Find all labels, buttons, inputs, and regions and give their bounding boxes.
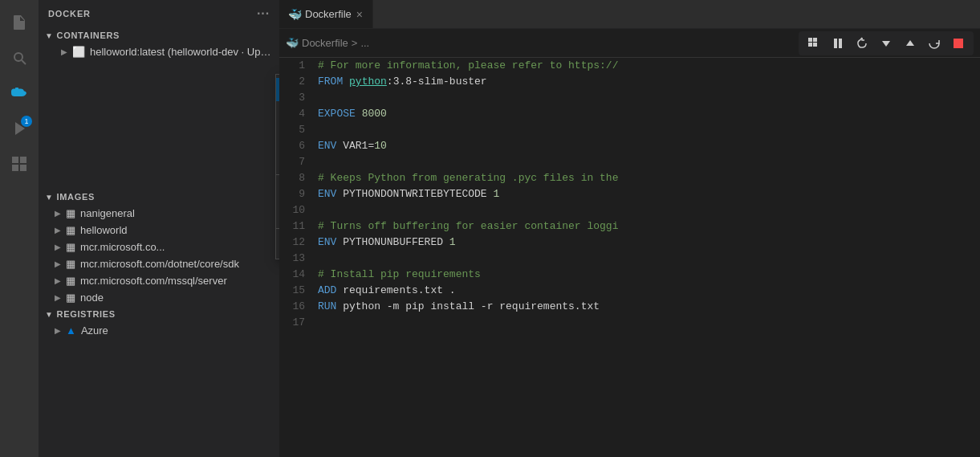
azure-name: Azure bbox=[81, 324, 108, 337]
registries-chevron: ▼ bbox=[45, 310, 54, 319]
image-icon: ▦ bbox=[66, 207, 75, 219]
restart-button[interactable] bbox=[853, 35, 871, 52]
code-line-5 bbox=[318, 122, 974, 138]
svg-rect-16 bbox=[839, 39, 842, 48]
image-expand-arrow: ▶ bbox=[55, 209, 61, 218]
menu-item-stop[interactable]: Stop bbox=[276, 178, 279, 202]
code-line-14: # Install pip requirements bbox=[318, 267, 974, 283]
editor-toolbar: 🐳 Dockerfile > ... bbox=[279, 29, 980, 58]
menu-item-view-logs[interactable]: View Logs bbox=[276, 78, 279, 101]
code-line-4: EXPOSE 8000 bbox=[318, 106, 974, 122]
svg-rect-10 bbox=[20, 165, 26, 171]
azure-icon: ▲ bbox=[66, 324, 76, 337]
code-line-9: ENV PYTHONDONTWRITEBYTECODE 1 bbox=[318, 186, 974, 202]
registries-section[interactable]: ▼ REGISTRIES bbox=[39, 306, 279, 322]
azure-expand-arrow: ▶ bbox=[55, 326, 61, 335]
code-line-3 bbox=[318, 90, 974, 106]
tab-docker-icon: 🐳 bbox=[289, 9, 300, 20]
image-name-6: node bbox=[80, 292, 104, 304]
code-line-15: ADD requirements.txt . bbox=[318, 283, 974, 299]
breadcrumb: 🐳 Dockerfile > ... bbox=[286, 37, 795, 49]
up-button[interactable] bbox=[901, 35, 919, 52]
stop-button[interactable] bbox=[950, 35, 967, 52]
registry-item-azure[interactable]: ▶ ▲ Azure bbox=[39, 322, 279, 339]
code-line-13 bbox=[318, 251, 974, 267]
refresh-button[interactable] bbox=[925, 35, 943, 52]
toolbar-actions bbox=[799, 31, 974, 55]
containers-label: CONTAINERS bbox=[57, 31, 120, 40]
menu-item-restart[interactable]: Restart bbox=[276, 202, 279, 225]
files-icon[interactable] bbox=[3, 6, 35, 39]
tab-title: Dockerfile bbox=[305, 8, 352, 20]
image-icon-2: ▦ bbox=[66, 224, 75, 236]
svg-rect-19 bbox=[954, 39, 963, 48]
container-expand-arrow: ▶ bbox=[61, 47, 67, 56]
run-debug-icon[interactable]: 1 bbox=[3, 112, 35, 145]
containers-chevron: ▼ bbox=[45, 31, 54, 40]
menu-divider-1 bbox=[276, 174, 279, 175]
image-name-2: helloworld bbox=[80, 224, 128, 236]
tab-close-button[interactable]: × bbox=[356, 8, 363, 21]
sidebar-header: DOCKER ··· bbox=[39, 0, 279, 27]
breadcrumb-child: ... bbox=[360, 37, 369, 49]
dockerfile-tab[interactable]: 🐳 Dockerfile × bbox=[279, 0, 373, 28]
image-expand-arrow-2: ▶ bbox=[55, 226, 61, 235]
breadcrumb-docker-icon: 🐳 bbox=[286, 37, 299, 49]
search-icon[interactable] bbox=[3, 42, 35, 74]
images-section[interactable]: ▼ IMAGES bbox=[39, 189, 279, 205]
line-numbers: 12345 678910 1112131415 1617 bbox=[279, 58, 311, 457]
menu-item-inspect[interactable]: Inspect bbox=[276, 124, 279, 148]
svg-line-1 bbox=[22, 60, 26, 64]
containers-section[interactable]: ▼ CONTAINERS bbox=[39, 27, 279, 43]
image-item-mcr2[interactable]: ▶ ▦ mcr.microsoft.com/dotnet/core/sdk bbox=[39, 255, 279, 272]
image-item-nanigeneral[interactable]: ▶ ▦ nanigeneral bbox=[39, 205, 279, 222]
image-item-node[interactable]: ▶ ▦ node bbox=[39, 289, 279, 306]
sidebar-title: DOCKER bbox=[48, 9, 91, 18]
image-expand-arrow-6: ▶ bbox=[55, 293, 61, 302]
code-line-11: # Turns off buffering for easier contain… bbox=[318, 218, 974, 235]
code-line-10 bbox=[318, 202, 974, 218]
image-expand-arrow-5: ▶ bbox=[55, 276, 61, 285]
image-icon-3: ▦ bbox=[66, 241, 75, 253]
svg-rect-7 bbox=[12, 157, 18, 163]
svg-marker-17 bbox=[882, 41, 890, 47]
tab-bar: 🐳 Dockerfile × bbox=[279, 0, 980, 29]
image-icon-4: ▦ bbox=[66, 258, 75, 270]
pause-button[interactable] bbox=[829, 35, 847, 52]
svg-rect-14 bbox=[813, 43, 817, 47]
code-line-2: FROM python:3.8-slim-buster bbox=[318, 74, 974, 90]
image-expand-arrow-4: ▶ bbox=[55, 259, 61, 268]
container-icon: ⬜ bbox=[72, 46, 85, 58]
svg-point-0 bbox=[14, 53, 22, 61]
breadcrumb-sep: > bbox=[352, 37, 358, 49]
sidebar-more-button[interactable]: ··· bbox=[257, 6, 270, 21]
down-button[interactable] bbox=[877, 35, 895, 52]
images-label: IMAGES bbox=[57, 192, 95, 202]
menu-item-open-browser[interactable]: Open in Browser bbox=[276, 148, 279, 171]
image-name-4: mcr.microsoft.com/dotnet/core/sdk bbox=[80, 258, 239, 270]
code-line-7 bbox=[318, 154, 974, 170]
image-icon-6: ▦ bbox=[66, 292, 75, 304]
menu-item-attach-shell[interactable]: Attach Shell bbox=[276, 101, 279, 124]
svg-rect-11 bbox=[808, 38, 812, 42]
code-line-6: ENV VAR1=10 bbox=[318, 138, 974, 154]
grid-button[interactable] bbox=[805, 35, 823, 52]
registries-label: REGISTRIES bbox=[57, 309, 116, 319]
menu-item-remove[interactable]: Remove... bbox=[276, 232, 279, 255]
extensions-icon[interactable] bbox=[3, 148, 35, 180]
image-item-helloworld[interactable]: ▶ ▦ helloworld bbox=[39, 222, 279, 239]
image-name-3: mcr.microsoft.co... bbox=[80, 241, 165, 253]
image-name-5: mcr.microsoft.com/mssql/server bbox=[80, 275, 227, 287]
context-menu: View Logs Attach Shell Inspect Open in B… bbox=[275, 74, 279, 259]
image-expand-arrow-3: ▶ bbox=[55, 243, 61, 251]
svg-rect-12 bbox=[813, 38, 817, 42]
image-item-mcr3[interactable]: ▶ ▦ mcr.microsoft.com/mssql/server bbox=[39, 272, 279, 289]
container-item-helloworld[interactable]: ▶ ⬜ helloworld:latest (helloworld-dev · … bbox=[39, 43, 279, 60]
code-area: 12345 678910 1112131415 1617 # For more … bbox=[279, 58, 980, 457]
docker-sidebar-icon[interactable] bbox=[3, 77, 35, 109]
image-item-mcr1[interactable]: ▶ ▦ mcr.microsoft.co... bbox=[39, 239, 279, 255]
code-line-17 bbox=[318, 315, 974, 331]
image-icon-5: ▦ bbox=[66, 275, 75, 287]
images-chevron: ▼ bbox=[45, 193, 54, 202]
svg-rect-15 bbox=[834, 39, 837, 48]
